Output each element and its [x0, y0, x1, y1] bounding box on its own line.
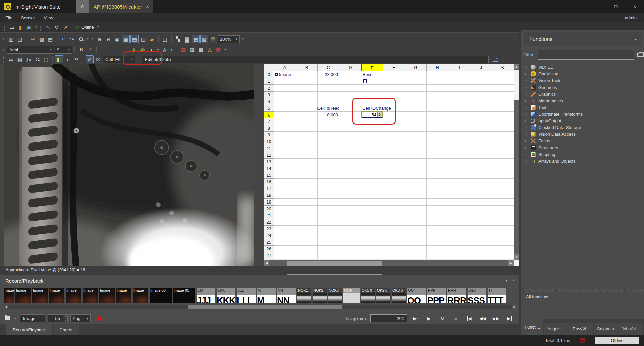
cell-B18[interactable] — [296, 192, 318, 199]
cell-J6[interactable] — [470, 112, 492, 118]
tree-item-text[interactable]: ▷aText — [525, 104, 642, 111]
cell-J9[interactable] — [470, 132, 492, 138]
cell-C9[interactable] — [318, 132, 339, 138]
cell-D13[interactable] — [339, 159, 361, 165]
cell-F16[interactable] — [383, 179, 405, 185]
minimize-button[interactable]: – — [588, 0, 606, 13]
filmstrip-thumbnail[interactable]: Image 00 — [150, 288, 172, 303]
cell-A1[interactable] — [274, 78, 296, 85]
filmstrip-thumbnail[interactable]: OOOO — [407, 288, 426, 303]
code-view-icon[interactable]: <> — [72, 55, 80, 63]
cell-A22[interactable] — [274, 219, 296, 226]
image-view-icon[interactable]: ▩ — [200, 35, 208, 43]
cell-D2[interactable] — [339, 85, 361, 92]
cell-K15[interactable] — [492, 172, 514, 179]
row-header-15[interactable]: 15 — [264, 172, 274, 179]
fill-color-caret-icon[interactable]: ▾ — [156, 46, 160, 54]
cell-H16[interactable] — [427, 179, 448, 185]
cell-G22[interactable] — [405, 219, 427, 226]
cell-G0[interactable] — [405, 71, 427, 78]
cell-I25[interactable] — [448, 239, 470, 246]
cell-E19[interactable] — [361, 199, 383, 206]
cell-H9[interactable] — [427, 132, 448, 138]
bold-icon[interactable]: B — [77, 46, 85, 54]
cell-A0[interactable]: Image — [274, 71, 296, 78]
expand-icon[interactable]: ▷ — [525, 113, 528, 116]
tree-item-coordinate-transforms[interactable]: ▷Coordinate Transforms — [525, 111, 642, 117]
find-caret-icon[interactable]: ▾ — [86, 35, 90, 43]
tree-item-focus[interactable]: ▷Focus — [525, 137, 642, 144]
cell-D22[interactable] — [339, 219, 361, 226]
filmstrip-thumbnail[interactable]: OK3 0 — [392, 288, 406, 303]
cell-E10[interactable] — [361, 138, 383, 145]
cell-E4[interactable] — [361, 98, 383, 105]
filmstrip-thumbnail[interactable]: Image — [83, 288, 98, 303]
cell-J18[interactable] — [470, 192, 492, 199]
cell-D16[interactable] — [339, 179, 361, 185]
cell-H1[interactable] — [427, 78, 448, 85]
expand-icon[interactable]: ▷ — [525, 160, 528, 163]
cell-K27[interactable] — [492, 252, 514, 259]
cell-B25[interactable] — [296, 239, 318, 246]
filmstrip-scrollbar-thumb[interactable] — [188, 305, 342, 309]
filmstrip-thumbnail[interactable]: PPPPPP — [427, 288, 446, 303]
expand-icon[interactable]: ▷ — [525, 126, 528, 129]
cell-C0[interactable]: 28.000 — [318, 71, 339, 78]
cell-I24[interactable] — [448, 232, 470, 239]
cell-D26[interactable] — [339, 246, 361, 252]
cell-E24[interactable] — [361, 232, 383, 239]
offline-status-button[interactable]: Offline — [595, 337, 639, 344]
side-panel-icon[interactable]: ◫ — [161, 35, 169, 43]
cell-J10[interactable] — [470, 138, 492, 145]
row-header-6[interactable]: 6 — [264, 112, 274, 118]
cell-J11[interactable] — [470, 145, 492, 152]
cell-D11[interactable] — [339, 145, 361, 152]
cell-G25[interactable] — [405, 239, 427, 246]
cell-H19[interactable] — [427, 199, 448, 206]
expand-icon[interactable]: ▷ — [525, 86, 528, 89]
online-caret-icon[interactable]: ▾ — [96, 23, 100, 31]
copy-icon[interactable]: ▩ — [38, 35, 46, 43]
cell-I14[interactable] — [448, 165, 470, 172]
cell-G20[interactable] — [405, 206, 427, 212]
row-header-18[interactable]: 18 — [264, 192, 274, 199]
column-header-E[interactable]: E — [361, 64, 383, 71]
cell-G3[interactable] — [405, 92, 427, 98]
cell-I5[interactable] — [448, 105, 470, 112]
cell-B10[interactable] — [296, 138, 318, 145]
cell-H10[interactable] — [427, 138, 448, 145]
cell-E14[interactable] — [361, 165, 383, 172]
cell-I8[interactable] — [448, 125, 470, 132]
cell-A14[interactable] — [274, 165, 296, 172]
tab-close-icon[interactable]: × — [146, 4, 149, 9]
cell-B2[interactable] — [296, 85, 318, 92]
scroll-left-icon[interactable]: ◀ — [264, 260, 269, 266]
save-job-icon[interactable]: ▣ — [25, 23, 33, 31]
zoom-region-icon[interactable] — [33, 55, 41, 63]
cell-F4[interactable] — [383, 98, 405, 105]
cell-B11[interactable] — [296, 145, 318, 152]
cell-H25[interactable] — [427, 239, 448, 246]
cell-J0[interactable] — [470, 71, 492, 78]
cell-A21[interactable] — [274, 212, 296, 219]
cell-B22[interactable] — [296, 219, 318, 226]
cell-G27[interactable] — [405, 252, 427, 259]
last-frame-button[interactable]: ▶ — [504, 315, 515, 322]
cell-checkbox[interactable] — [363, 79, 367, 83]
cell-E13[interactable] — [361, 159, 383, 165]
tree-item-mathematics[interactable]: ▷xMathematics — [525, 97, 642, 104]
cell-G12[interactable] — [405, 152, 427, 159]
cell-J4[interactable] — [470, 98, 492, 105]
vertical-scrollbar-thumb[interactable] — [514, 70, 519, 100]
cell-H8[interactable] — [427, 125, 448, 132]
delay-input[interactable]: 200 — [370, 314, 407, 322]
row-header-1[interactable]: 1 — [264, 78, 274, 85]
cell-I10[interactable] — [448, 138, 470, 145]
cell-E27[interactable] — [361, 252, 383, 259]
cell-A12[interactable] — [274, 152, 296, 159]
cell-C23[interactable] — [318, 226, 339, 232]
play-one-button[interactable]: ▶1 — [411, 315, 421, 322]
select-pointer-icon[interactable]: ↖ — [44, 23, 52, 31]
cell-K25[interactable] — [492, 239, 514, 246]
cell-F12[interactable] — [383, 152, 405, 159]
